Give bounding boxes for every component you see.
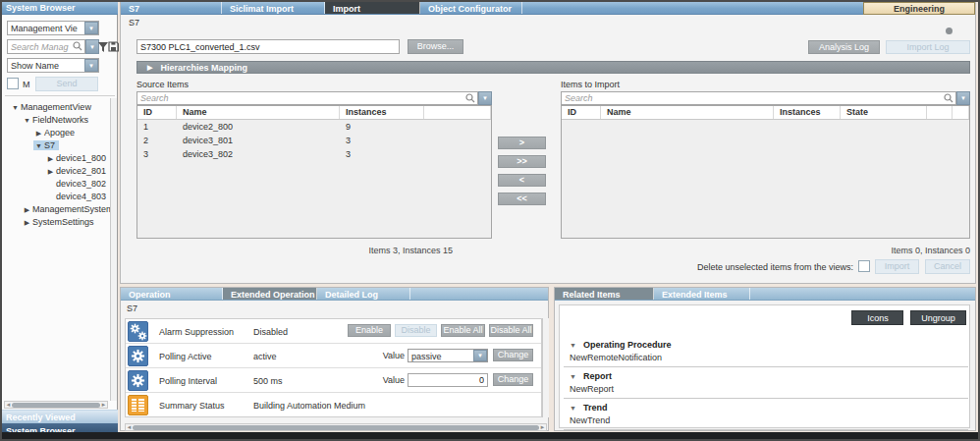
enable-all-button[interactable]: Enable All bbox=[441, 324, 485, 337]
table-row[interactable]: 3 device3_802 3 bbox=[137, 147, 491, 161]
save-icon[interactable] bbox=[108, 41, 119, 52]
tree-item-managementview[interactable]: ▼ManagementView bbox=[2, 101, 110, 114]
chevron-down-icon[interactable]: ▼ bbox=[22, 114, 32, 127]
chevron-down-icon[interactable]: ▼ bbox=[84, 22, 98, 34]
tree-item-label: ManagementView bbox=[21, 102, 91, 112]
tab-import[interactable]: Import bbox=[325, 2, 420, 14]
recently-viewed-bar[interactable]: Recently Viewed bbox=[2, 410, 118, 423]
tree-item-device4-803[interactable]: device4_803 bbox=[2, 191, 110, 203]
operation-horizontal-scrollbar[interactable]: ◄ ► bbox=[125, 423, 547, 431]
polling-active-dropdown[interactable]: passive ▼ bbox=[408, 349, 488, 362]
chevron-down-icon[interactable]: ▼ bbox=[956, 91, 970, 105]
delete-unselected-checkbox[interactable] bbox=[858, 260, 870, 272]
tree-item-fieldnetworks[interactable]: ▼FieldNetworks bbox=[2, 114, 110, 127]
disable-all-button[interactable]: Disable All bbox=[489, 324, 533, 337]
import-log-button[interactable]: Import Log bbox=[886, 40, 970, 54]
scrollbar-thumb[interactable] bbox=[133, 425, 539, 430]
scroll-left-icon[interactable]: ◄ bbox=[126, 424, 133, 430]
chevron-down-icon[interactable]: ▼ bbox=[473, 350, 487, 361]
tab-detailed-log[interactable]: Detailed Log bbox=[317, 288, 410, 300]
engineering-button[interactable]: Engineering bbox=[863, 2, 975, 15]
tree-item-device3-802[interactable]: device3_802 bbox=[2, 178, 110, 191]
related-vertical-scrollbar[interactable] bbox=[969, 304, 975, 428]
column-header-id[interactable]: ID bbox=[562, 106, 601, 119]
ungroup-button[interactable]: Ungroup bbox=[910, 310, 966, 325]
move-all-left-button[interactable]: << bbox=[498, 193, 546, 205]
chevron-down-icon[interactable]: ▼ bbox=[478, 91, 492, 105]
browse-button[interactable]: Browse... bbox=[408, 39, 463, 54]
tab-related-items[interactable]: Related Items bbox=[555, 288, 654, 300]
tree-item-device2-801[interactable]: ▶device2_801 bbox=[2, 165, 110, 178]
chevron-down-icon[interactable]: ▼ bbox=[33, 139, 44, 152]
value-label: Value bbox=[355, 351, 405, 360]
column-header-id[interactable]: ID bbox=[137, 106, 177, 119]
scroll-right-icon[interactable]: ► bbox=[539, 424, 546, 430]
import-button[interactable]: Import bbox=[875, 259, 919, 274]
related-item-newremotenotification[interactable]: NewRemoteNotification bbox=[560, 352, 972, 365]
chevron-down-icon[interactable]: ▼ bbox=[570, 339, 583, 353]
column-header-name[interactable]: Name bbox=[601, 106, 774, 119]
chevron-right-icon[interactable]: ▶ bbox=[22, 203, 32, 216]
operation-vertical-scrollbar[interactable] bbox=[542, 318, 549, 417]
chevron-right-icon[interactable]: ▶ bbox=[45, 165, 56, 178]
disable-button[interactable]: Disable bbox=[395, 324, 437, 337]
show-name-dropdown[interactable]: Show Name ▼ bbox=[7, 58, 99, 73]
cancel-button[interactable]: Cancel bbox=[925, 259, 970, 274]
source-search-input[interactable] bbox=[136, 91, 478, 105]
pin-icon[interactable] bbox=[946, 28, 953, 34]
tree-item-managementsystem[interactable]: ▶ManagementSystem bbox=[2, 203, 110, 216]
move-right-button[interactable]: > bbox=[498, 137, 546, 149]
tree-item-systemsettings[interactable]: ▶SystemSettings bbox=[2, 216, 110, 229]
change-button[interactable]: Change bbox=[493, 349, 533, 361]
tab-siclimat-import[interactable]: Siclimat Import bbox=[222, 2, 325, 14]
tab-s7[interactable]: S7 bbox=[121, 2, 222, 14]
tab-extended-items[interactable]: Extended Items bbox=[654, 288, 750, 300]
chevron-right-icon[interactable]: ▶ bbox=[22, 216, 32, 229]
group-report[interactable]: ▼Report bbox=[560, 369, 972, 383]
column-header-instances[interactable]: Instances bbox=[774, 106, 841, 119]
group-operating-procedure[interactable]: ▼Operating Procedure bbox=[560, 338, 972, 352]
target-search-input[interactable] bbox=[561, 91, 956, 105]
sidebar-checkbox[interactable] bbox=[7, 78, 19, 89]
tree-item-s7-selected[interactable]: ▼S7 bbox=[2, 139, 110, 152]
chevron-down-icon[interactable]: ▼ bbox=[10, 101, 21, 114]
chevron-down-icon[interactable]: ▼ bbox=[570, 402, 583, 415]
group-trend[interactable]: ▼Trend bbox=[560, 401, 972, 414]
tree-vertical-scrollbar[interactable] bbox=[110, 98, 117, 401]
column-header-instances[interactable]: Instances bbox=[340, 106, 424, 119]
column-header-name[interactable]: Name bbox=[177, 106, 340, 119]
dropdown-value: passive bbox=[408, 350, 473, 361]
chevron-right-icon[interactable]: ▶ bbox=[33, 127, 44, 139]
scroll-left-icon[interactable]: ◄ bbox=[5, 402, 12, 408]
chevron-right-icon[interactable]: ▶ bbox=[45, 152, 56, 165]
move-left-button[interactable]: < bbox=[498, 174, 546, 187]
chevron-down-icon[interactable]: ▼ bbox=[84, 59, 98, 72]
change-button[interactable]: Change bbox=[493, 373, 533, 386]
tree-item-device1-800[interactable]: ▶device1_800 bbox=[2, 152, 110, 165]
tree-item-apogee[interactable]: ▶Apogee bbox=[2, 127, 110, 139]
hierarchies-mapping-header[interactable]: ▶ Hierarchies Mapping bbox=[136, 61, 970, 74]
chevron-down-icon[interactable]: ▼ bbox=[570, 370, 583, 384]
move-all-right-button[interactable]: >> bbox=[498, 155, 546, 168]
tree-horizontal-scrollbar[interactable]: ◄ ► bbox=[4, 401, 108, 409]
scrollbar-thumb[interactable] bbox=[12, 403, 100, 408]
csv-file-input[interactable] bbox=[136, 39, 400, 54]
tab-extended-operation[interactable]: Extended Operation bbox=[223, 288, 317, 300]
icons-button[interactable]: Icons bbox=[851, 310, 903, 325]
enable-button[interactable]: Enable bbox=[348, 324, 391, 337]
send-button[interactable]: Send bbox=[35, 77, 98, 91]
column-header-state[interactable]: State bbox=[841, 106, 927, 119]
app-window: System Browser Management Vie ▼ ▼ Sho bbox=[0, 0, 980, 441]
scroll-right-icon[interactable]: ► bbox=[100, 402, 107, 408]
tab-object-configurator[interactable]: Object Configurator bbox=[420, 2, 522, 14]
tab-operation[interactable]: Operation bbox=[121, 288, 223, 300]
view-selector-dropdown[interactable]: Management Vie ▼ bbox=[7, 21, 99, 35]
table-row[interactable]: 2 device3_801 3 bbox=[137, 134, 491, 147]
polling-interval-input[interactable] bbox=[408, 373, 488, 387]
analysis-log-button[interactable]: Analysis Log bbox=[808, 40, 880, 54]
related-item-newreport[interactable]: NewReport bbox=[560, 383, 972, 397]
chevron-right-icon[interactable]: ▶ bbox=[147, 64, 152, 72]
tree-item-label: device3_802 bbox=[56, 179, 106, 189]
table-row[interactable]: 1 device2_800 9 bbox=[137, 120, 491, 134]
related-item-newtrend[interactable]: NewTrend bbox=[560, 414, 972, 428]
